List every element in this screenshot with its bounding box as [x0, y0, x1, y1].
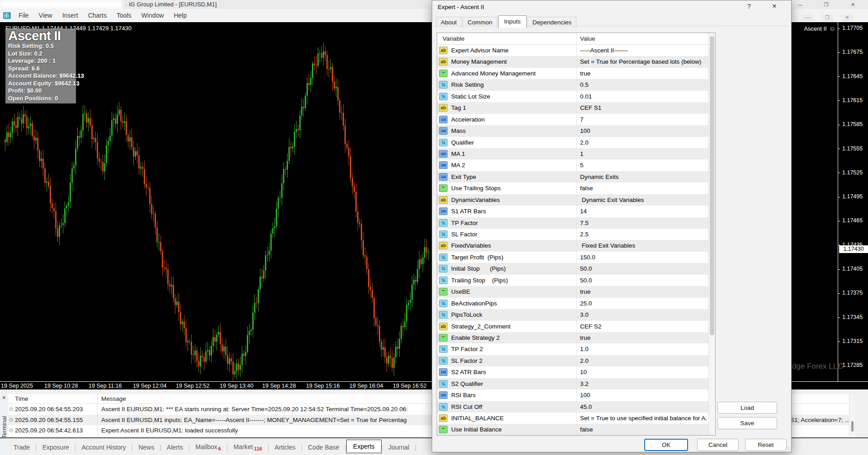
param-value[interactable]: 0.5 — [580, 81, 589, 88]
tab-badge: 6 — [218, 446, 221, 451]
dialog-help-icon[interactable]: ? — [743, 3, 755, 13]
reset-button[interactable]: Reset — [745, 439, 787, 451]
param-value[interactable]: false — [580, 426, 593, 433]
param-value[interactable]: 45.0 — [580, 403, 592, 410]
window-minimize-icon[interactable]: — — [790, 0, 811, 9]
terminal-tab-articles[interactable]: Articles — [269, 442, 301, 452]
param-name: Advanced Money Management — [451, 70, 536, 77]
menu-item-tools[interactable]: Tools — [112, 9, 137, 22]
window-close-icon[interactable]: ✕ — [843, 0, 863, 9]
ea-overlay-line: Leverage: 200 : 1 — [8, 57, 76, 65]
price-label: 1.17285 — [842, 362, 863, 368]
terminal-tab-experts[interactable]: Experts — [346, 440, 381, 453]
menu-item-view[interactable]: View — [34, 9, 57, 22]
terminal-tab-exposure[interactable]: Exposure — [37, 442, 75, 452]
inputs-scrollbar[interactable] — [708, 33, 715, 435]
tab-about[interactable]: About — [436, 17, 462, 28]
dialog-close-icon[interactable]: ✕ — [768, 3, 781, 13]
param-value[interactable]: 3.0 — [580, 311, 589, 318]
param-value[interactable]: Dynamic Exits — [580, 174, 619, 180]
param-value[interactable]: true — [580, 70, 590, 77]
ok-button[interactable]: OK — [644, 439, 688, 451]
param-name: SL Factor — [451, 231, 477, 238]
param-value[interactable]: Set = True for Percentage based lots (be… — [580, 58, 701, 65]
price-scale[interactable]: 1.17430 1.177051.176751.176451.176151.17… — [838, 22, 868, 381]
menu-item-help[interactable]: Help — [169, 9, 192, 22]
save-button[interactable]: Save — [717, 417, 777, 429]
param-value[interactable]: -----Ascent II------- — [580, 47, 628, 54]
param-value[interactable]: true — [580, 334, 590, 341]
terminal-tab-account-history[interactable]: Account History — [76, 442, 132, 452]
chart-minimize-icon[interactable]: — — [802, 14, 814, 21]
param-value[interactable]: 0.01 — [580, 93, 592, 100]
menu-item-window[interactable]: Window — [137, 9, 169, 22]
price-tick — [838, 293, 840, 294]
tab-common[interactable]: Common — [462, 17, 497, 28]
redacted-account-blur — [0, 0, 122, 9]
terminal-tab-code-base[interactable]: Code Base — [302, 442, 344, 452]
param-value[interactable]: 1 — [580, 150, 584, 157]
param-value[interactable]: true — [580, 288, 590, 295]
param-type-int-icon: 123 — [439, 116, 448, 123]
price-label: 1.17525 — [842, 169, 863, 176]
param-value[interactable]: 7.5 — [580, 220, 589, 226]
log-scrollbar-thumb[interactable] — [851, 421, 854, 432]
param-value[interactable]: 50.0 — [580, 277, 592, 284]
inputs-scrollbar-thumb[interactable] — [710, 36, 714, 335]
param-value[interactable]: 1.0 — [580, 346, 589, 352]
param-value[interactable]: 2.0 — [580, 357, 589, 364]
chart-restore-icon[interactable]: ❐ — [821, 14, 833, 21]
terminal-tab-news[interactable]: News — [133, 442, 160, 452]
log-scrollbar[interactable] — [849, 394, 855, 437]
param-name: S2 ATR Bars — [451, 369, 486, 375]
param-type-double-icon: ½ — [439, 81, 448, 89]
param-value[interactable]: 5 — [580, 162, 584, 169]
log-bullet-icon: ◎ — [9, 406, 14, 412]
terminal-close-icon[interactable]: ✕ — [2, 395, 6, 401]
param-value[interactable]: Dynamic Exit Variables — [580, 197, 644, 203]
param-value[interactable]: 2.5 — [580, 231, 589, 238]
param-value[interactable]: 2.0 — [580, 139, 589, 146]
tab-inputs[interactable]: Inputs — [498, 15, 527, 28]
param-value[interactable]: Set = True to use specified initial bala… — [580, 415, 707, 422]
param-value[interactable]: false — [580, 185, 593, 192]
price-tick — [838, 28, 840, 29]
param-type-double-icon: ½ — [439, 403, 448, 411]
param-value[interactable]: 150.0 — [580, 254, 595, 261]
param-value[interactable]: 7 — [580, 116, 584, 123]
terminal-tab-market[interactable]: Market116 — [228, 442, 268, 453]
time-label: 19 Sep 12:52 — [176, 383, 209, 389]
terminal-tab-trade[interactable]: Trade — [8, 442, 35, 452]
window-restore-icon[interactable]: ❐ — [816, 0, 836, 9]
menu-item-charts[interactable]: Charts — [83, 9, 112, 22]
window-title: · IG Group Limited - [EURUSD,M1] — [125, 1, 217, 8]
menu-item-file[interactable]: File — [14, 9, 34, 22]
load-button[interactable]: Load — [717, 402, 777, 414]
param-value[interactable]: 3.2 — [580, 380, 589, 387]
chart-close-icon[interactable]: ✕ — [841, 14, 853, 21]
param-value[interactable]: 100 — [580, 127, 590, 134]
time-label: 19 Sep 16:52 — [393, 383, 426, 389]
param-value[interactable]: 10 — [580, 369, 587, 375]
param-value[interactable]: 50.0 — [580, 265, 592, 272]
broker-watermark: dge Forex LLC — [792, 362, 843, 371]
param-value[interactable]: 100 — [580, 392, 590, 399]
param-name: TP Factor — [451, 220, 478, 226]
price-label: 1.17375 — [842, 290, 863, 296]
ea-chart-label[interactable]: Ascent II☺ — [804, 25, 835, 32]
tab-dependencies[interactable]: Dependencies — [528, 17, 576, 28]
param-value[interactable]: CEF S2 — [580, 323, 601, 330]
param-value[interactable]: 25.0 — [580, 300, 592, 307]
param-value[interactable]: CEF S1 — [580, 104, 601, 111]
param-value[interactable]: 14 — [580, 208, 587, 215]
menu-item-insert[interactable]: Insert — [57, 9, 83, 22]
terminal-tab-alerts[interactable]: Alerts — [161, 442, 189, 452]
cancel-button[interactable]: Cancel — [697, 439, 739, 451]
terminal-tab-journal[interactable]: Journal — [383, 442, 415, 452]
dialog-resize-grip[interactable] — [785, 446, 790, 450]
param-name: Qualifier — [451, 139, 474, 146]
param-type-bool-icon: ~ — [439, 288, 448, 296]
terminal-tab-mailbox[interactable]: Mailbox6 — [190, 442, 226, 453]
expert-dialog: Expert - Ascent II ? ✕ AboutCommonInputs… — [432, 0, 792, 452]
param-value[interactable]: Fixed Exit Variables — [580, 242, 635, 249]
